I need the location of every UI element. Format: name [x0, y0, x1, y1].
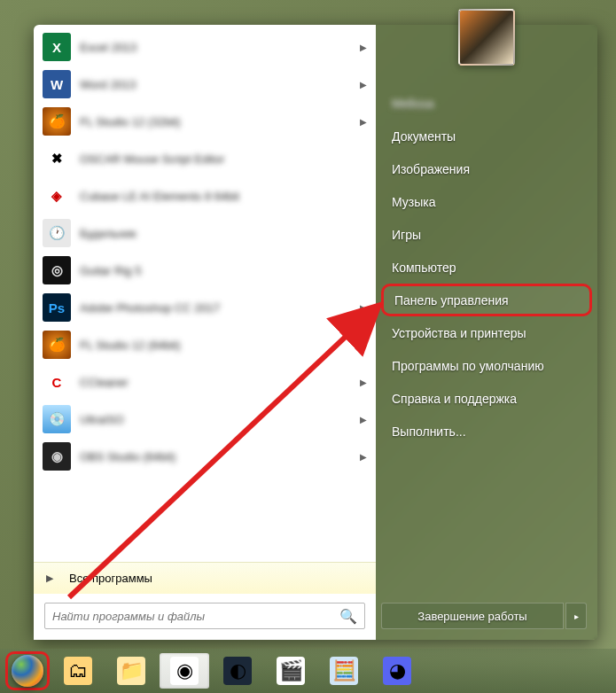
program-label: UltraISO — [80, 413, 360, 426]
right-menu-item[interactable]: Изображения — [381, 152, 592, 185]
right-menu-item[interactable]: Панель управления — [381, 284, 592, 316]
shutdown-button[interactable]: Завершение работы — [381, 603, 564, 629]
program-icon: ◉ — [43, 442, 71, 471]
program-icon: 💿 — [43, 405, 71, 433]
calculator-icon: 🧮 — [330, 657, 358, 685]
play-icon: ▶ — [46, 572, 53, 584]
program-label: OSCAR Mouse Script Editor — [80, 152, 367, 166]
right-menu-item[interactable]: Устройства и принтеры — [381, 316, 592, 349]
right-menu-item[interactable]: Справка и поддержка — [381, 382, 592, 415]
program-icon: X — [43, 33, 71, 61]
username-label[interactable]: Melissa — [381, 87, 592, 120]
taskbar-items: 🗂📁◉◐🎬🧮◕ — [53, 653, 422, 689]
program-icon: 🍊 — [43, 331, 71, 359]
taskbar-item-mpc[interactable]: 🎬 — [266, 653, 316, 689]
taskbar-item-discord[interactable]: ◕ — [372, 653, 422, 689]
windows-logo-icon — [12, 655, 43, 687]
program-icon: 🕐 — [43, 219, 71, 247]
taskbar: 🗂📁◉◐🎬🧮◕ — [0, 649, 616, 693]
shutdown-row: Завершение работы ▸ — [376, 594, 597, 640]
chevron-right-icon: ▶ — [360, 415, 367, 424]
start-button[interactable] — [5, 651, 50, 690]
program-label: Guitar Rig 5 — [80, 264, 367, 277]
explorer-icon: 🗂 — [64, 657, 92, 685]
taskbar-item-calculator[interactable]: 🧮 — [319, 653, 369, 689]
program-icon: Ps — [43, 293, 71, 322]
program-item[interactable]: ✖OSCAR Mouse Script Editor — [35, 140, 374, 177]
right-menu-item[interactable]: Игры — [381, 218, 592, 251]
start-menu: XExcel 2013▶WWord 2013▶🍊FL Studio 12 (32… — [34, 25, 597, 640]
program-label: Excel 2013 — [80, 41, 360, 54]
right-menu-item[interactable]: Музыка — [381, 185, 592, 218]
search-box[interactable]: 🔍 — [44, 603, 365, 629]
program-label: Adobe Photoshop CC 2017 — [80, 301, 360, 315]
right-menu-item[interactable]: Компьютер — [381, 251, 592, 284]
search-container: 🔍 — [34, 594, 376, 640]
program-item[interactable]: ◎Guitar Rig 5 — [35, 252, 374, 289]
program-item[interactable]: ◈Cubase LE AI Elements 8 64bit — [35, 177, 374, 214]
right-menu-item[interactable]: Документы — [381, 120, 592, 152]
chrome-icon: ◉ — [170, 657, 199, 685]
mpc-icon: 🎬 — [277, 657, 305, 685]
program-item[interactable]: 💿UltraISO▶ — [35, 401, 374, 438]
right-menu-list: Melissa ДокументыИзображенияМузыкаИгрыКо… — [376, 87, 597, 594]
program-item[interactable]: WWord 2013▶ — [35, 66, 374, 103]
taskbar-item-explorer[interactable]: 🗂 — [53, 653, 103, 689]
chevron-right-icon: ▶ — [360, 340, 367, 350]
program-item[interactable]: PsAdobe Photoshop CC 2017▶ — [35, 289, 374, 326]
search-input[interactable] — [52, 610, 339, 623]
chevron-right-icon: ▸ — [574, 611, 579, 621]
program-label: Word 2013 — [80, 78, 360, 91]
program-label: OBS Studio (64bit) — [80, 450, 360, 463]
start-menu-right-panel: Melissa ДокументыИзображенияМузыкаИгрыКо… — [376, 25, 597, 640]
right-menu-item[interactable]: Программы по умолчанию — [381, 349, 592, 382]
program-item[interactable]: 🍊FL Studio 12 (32bit)▶ — [35, 103, 374, 140]
user-picture[interactable] — [458, 9, 515, 66]
program-icon: W — [43, 70, 71, 98]
taskbar-item-folder[interactable]: 📁 — [106, 653, 156, 689]
shutdown-options-button[interactable]: ▸ — [565, 603, 587, 629]
programs-list: XExcel 2013▶WWord 2013▶🍊FL Studio 12 (32… — [34, 25, 376, 562]
program-label: Будильник — [80, 227, 367, 240]
start-menu-left-panel: XExcel 2013▶WWord 2013▶🍊FL Studio 12 (32… — [34, 25, 376, 640]
steam-icon: ◐ — [223, 657, 252, 685]
program-label: Cubase LE AI Elements 8 64bit — [80, 190, 367, 203]
program-item[interactable]: 🍊FL Studio 12 (64bit)▶ — [35, 326, 374, 363]
chevron-right-icon: ▶ — [360, 378, 367, 387]
program-label: FL Studio 12 (64bit) — [80, 339, 360, 352]
taskbar-item-chrome[interactable]: ◉ — [160, 653, 209, 689]
program-icon: ◈ — [43, 182, 71, 210]
taskbar-item-steam[interactable]: ◐ — [213, 653, 262, 689]
program-item[interactable]: ◉OBS Studio (64bit)▶ — [35, 438, 374, 475]
right-menu-item[interactable]: Выполнить... — [381, 415, 592, 448]
chevron-right-icon: ▶ — [360, 452, 367, 462]
discord-icon: ◕ — [383, 657, 411, 685]
chevron-right-icon: ▶ — [360, 80, 367, 90]
chevron-right-icon: ▶ — [360, 43, 367, 52]
program-item[interactable]: XExcel 2013▶ — [35, 28, 374, 66]
all-programs-button[interactable]: ▶ Все программы — [34, 562, 376, 594]
folder-icon: 📁 — [117, 657, 145, 685]
chevron-right-icon: ▶ — [360, 303, 367, 313]
all-programs-label: Все программы — [69, 572, 152, 585]
program-icon: C — [43, 368, 71, 396]
program-icon: ✖ — [43, 144, 71, 173]
chevron-right-icon: ▶ — [360, 117, 367, 127]
program-icon: 🍊 — [43, 107, 71, 136]
search-icon: 🔍 — [339, 608, 357, 625]
program-item[interactable]: CCCleaner▶ — [35, 363, 374, 401]
program-label: CCleaner — [80, 376, 360, 389]
program-item[interactable]: 🕐Будильник — [35, 214, 374, 252]
program-label: FL Studio 12 (32bit) — [80, 115, 360, 128]
program-icon: ◎ — [43, 256, 71, 284]
